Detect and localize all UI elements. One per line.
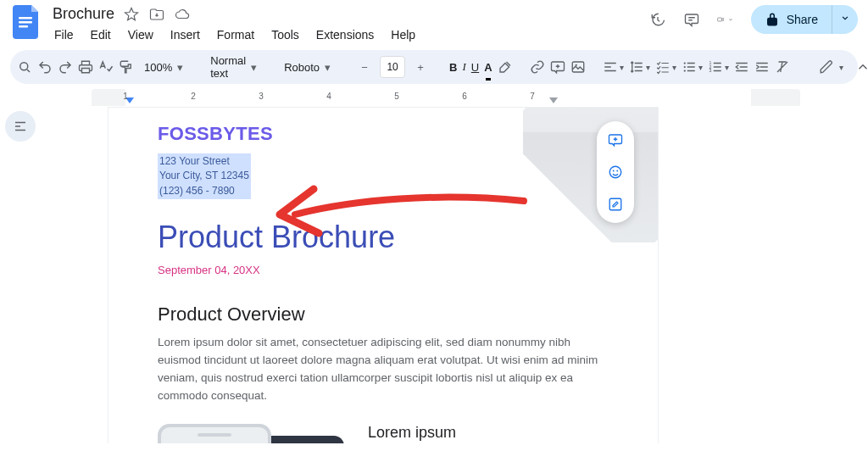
text-color-button[interactable]: A [484, 55, 492, 79]
italic-button[interactable]: I [462, 55, 465, 79]
history-icon[interactable] [649, 11, 666, 28]
ruler-tick-label: 3 [259, 92, 264, 101]
ruler[interactable]: 1 2 3 4 5 6 7 [92, 89, 800, 106]
add-comment-icon[interactable] [550, 55, 565, 79]
svg-rect-15 [609, 198, 621, 210]
ruler-tick-label: 7 [530, 92, 535, 101]
indent-increase-icon[interactable] [754, 55, 770, 79]
insert-image-icon[interactable] [570, 55, 586, 79]
docs-logo-icon[interactable] [10, 5, 44, 39]
zoom-dropdown[interactable]: 100%▾ [139, 61, 188, 74]
suggest-edits-button[interactable] [602, 191, 629, 218]
toolbar: 100%▾ Normal text▾ Roboto▾ − + B I U A ▾… [10, 50, 858, 84]
clear-formatting-icon[interactable] [775, 55, 790, 79]
ruler-tick-label: 6 [462, 92, 467, 101]
document-date: September 04, 20XX [158, 264, 609, 276]
document-page[interactable]: FOSSBYTES 123 Your Street Your City, ST … [108, 108, 658, 443]
numbered-list-icon[interactable]: 123▾ [708, 55, 729, 79]
section-heading: Product Overview [158, 303, 609, 326]
menu-insert[interactable]: Insert [169, 26, 202, 43]
align-dropdown[interactable]: ▾ [603, 55, 624, 79]
add-comment-button[interactable] [602, 126, 629, 153]
ruler-tick-label: 4 [326, 92, 331, 101]
highlight-color-button[interactable] [498, 55, 513, 79]
ruler-tick-label: 1 [123, 92, 128, 101]
address-line: 123 Your Street [159, 154, 249, 169]
bold-button[interactable]: B [449, 55, 457, 79]
svg-point-6 [683, 62, 685, 64]
fontsize-increase[interactable]: + [409, 55, 432, 79]
ruler-tick-label: 2 [191, 92, 196, 101]
svg-point-13 [613, 170, 615, 172]
cloud-saved-icon[interactable] [174, 6, 191, 23]
brand-title: FOSSBYTES [158, 123, 609, 145]
redo-icon[interactable] [58, 55, 73, 79]
address-line: Your City, ST 12345 [159, 169, 249, 183]
svg-point-14 [616, 170, 618, 172]
editing-mode-dropdown[interactable]: ▾ [812, 59, 850, 75]
fontsize-decrease[interactable]: − [353, 55, 376, 79]
ruler-right-marker[interactable] [549, 97, 558, 103]
menu-extensions[interactable]: Extensions [314, 26, 376, 43]
meet-icon[interactable] [717, 11, 734, 28]
title-bar: Brochure File Edit View Insert Format To… [0, 0, 868, 43]
svg-rect-4 [572, 62, 584, 72]
share-button-group: Share [751, 5, 858, 34]
svg-point-3 [20, 63, 28, 70]
svg-point-8 [683, 70, 685, 71]
menu-help[interactable]: Help [389, 26, 417, 43]
undo-icon[interactable] [37, 55, 53, 79]
underline-button[interactable]: U [471, 55, 479, 79]
hide-menus-icon[interactable] [855, 55, 868, 79]
workspace: 1 2 3 4 5 6 7 FOSSBYTES 123 Your Street … [0, 89, 868, 443]
document-title: Product Brochure [158, 220, 609, 255]
menu-view[interactable]: View [126, 26, 155, 43]
bulleted-list-icon[interactable]: ▾ [682, 55, 703, 79]
share-dropdown[interactable] [832, 5, 858, 34]
comments-icon[interactable] [683, 11, 700, 28]
line-spacing-icon[interactable]: ▾ [629, 55, 650, 79]
add-emoji-reaction-button[interactable] [602, 159, 629, 186]
paint-format-icon[interactable] [119, 55, 134, 79]
show-outline-button[interactable] [5, 111, 36, 142]
svg-text:3: 3 [709, 68, 711, 73]
menu-tools[interactable]: Tools [270, 26, 301, 43]
editor[interactable]: 1 2 3 4 5 6 7 FOSSBYTES 123 Your Street … [41, 89, 868, 443]
spellcheck-icon[interactable] [98, 55, 114, 79]
svg-rect-1 [19, 21, 32, 24]
address-line: (123) 456 - 7890 [159, 184, 249, 198]
insert-link-icon[interactable] [530, 55, 545, 79]
subsection-heading: Lorem ipsum [368, 424, 609, 442]
section-paragraph: Lorem ipsum dolor sit amet, consectetuer… [158, 334, 609, 405]
share-label: Share [787, 13, 818, 26]
svg-point-12 [609, 166, 621, 178]
menu-file[interactable]: File [53, 26, 75, 43]
menu-edit[interactable]: Edit [89, 26, 113, 43]
menu-bar: File Edit View Insert Format Tools Exten… [53, 26, 649, 43]
svg-point-7 [683, 66, 685, 68]
svg-point-5 [575, 64, 576, 66]
document-name[interactable]: Brochure [53, 5, 114, 23]
indent-decrease-icon[interactable] [734, 55, 749, 79]
share-button[interactable]: Share [751, 5, 832, 34]
move-to-folder-icon[interactable] [148, 6, 165, 23]
star-icon[interactable] [123, 6, 140, 23]
checklist-icon[interactable]: ▾ [655, 55, 676, 79]
svg-rect-0 [19, 17, 32, 19]
fontsize-input[interactable] [380, 56, 405, 78]
styles-dropdown[interactable]: Normal text▾ [205, 54, 262, 80]
font-dropdown[interactable]: Roboto▾ [279, 61, 336, 74]
phone-illustration [158, 424, 344, 443]
menu-format[interactable]: Format [215, 26, 256, 43]
svg-rect-2 [19, 25, 28, 28]
search-menu-icon[interactable] [17, 55, 32, 79]
print-icon[interactable] [78, 55, 93, 79]
address-block-selected[interactable]: 123 Your Street Your City, ST 12345 (123… [158, 153, 251, 199]
ruler-tick-label: 5 [394, 92, 399, 101]
selection-actions [597, 121, 634, 223]
